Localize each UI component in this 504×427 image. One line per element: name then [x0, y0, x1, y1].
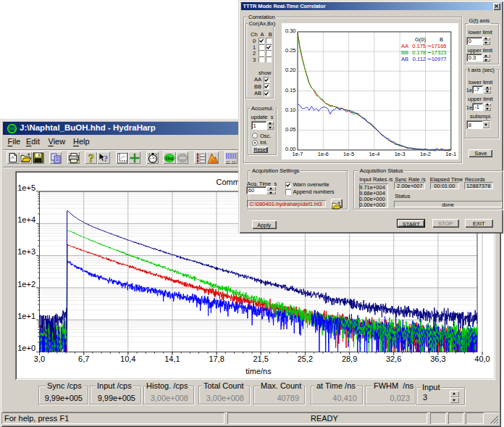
- svg-text:AA: AA: [401, 43, 408, 49]
- svg-text:1e+4: 1e+4: [17, 215, 35, 224]
- svg-text:Go: Go: [166, 155, 174, 162]
- svg-text:1e+1: 1e+1: [17, 312, 35, 320]
- svg-text:0.30: 0.30: [285, 28, 296, 34]
- svg-text:3,0: 3,0: [34, 355, 45, 363]
- svg-text:1e+5: 1e+5: [17, 183, 35, 192]
- svg-text:AB: AB: [401, 56, 408, 62]
- svg-text:0.178: 0.178: [412, 49, 426, 56]
- svg-text:17323: 17323: [432, 49, 447, 56]
- svg-text:14,1: 14,1: [164, 355, 180, 363]
- svg-text:0.25: 0.25: [285, 47, 296, 54]
- svg-text:21,5: 21,5: [253, 355, 268, 363]
- svg-text:B: B: [440, 36, 443, 43]
- svg-text:0.05: 0.05: [285, 125, 296, 132]
- svg-text:40,0: 40,0: [474, 355, 490, 363]
- svg-text:10,4: 10,4: [120, 355, 135, 363]
- svg-text:36,3: 36,3: [430, 355, 445, 363]
- svg-text:1e-2: 1e-2: [420, 151, 431, 157]
- svg-text:0.112: 0.112: [413, 56, 426, 62]
- svg-text:0.10: 0.10: [285, 106, 296, 112]
- svg-text:1e-3: 1e-3: [395, 151, 406, 157]
- svg-text:1e+2: 1e+2: [17, 280, 35, 289]
- svg-text:13: 13: [232, 161, 236, 165]
- svg-text:32,6: 32,6: [386, 355, 401, 363]
- svg-text:1e-7: 1e-7: [292, 151, 303, 157]
- svg-text:1e-1: 1e-1: [445, 151, 456, 157]
- svg-text:?: ?: [104, 154, 108, 164]
- svg-text:17,8: 17,8: [209, 355, 224, 363]
- svg-text:1e+0: 1e+0: [17, 344, 35, 352]
- svg-text:G(0): G(0): [415, 36, 427, 43]
- svg-text:10977: 10977: [432, 56, 447, 62]
- svg-text:1e-4: 1e-4: [369, 151, 379, 157]
- svg-text:time/ns: time/ns: [245, 367, 272, 376]
- svg-text:0.175: 0.175: [412, 43, 426, 49]
- svg-text:?: ?: [88, 152, 94, 164]
- svg-text:12: 12: [226, 161, 230, 165]
- svg-text:0.20: 0.20: [285, 67, 296, 73]
- svg-text:1e-5: 1e-5: [343, 151, 354, 157]
- svg-text:25,2: 25,2: [298, 355, 313, 363]
- svg-text:1e+3: 1e+3: [17, 247, 35, 256]
- svg-text:BB: BB: [401, 49, 408, 56]
- svg-text:28,9: 28,9: [342, 355, 357, 363]
- svg-text:0.15: 0.15: [285, 86, 296, 93]
- svg-text:17166: 17166: [432, 43, 447, 49]
- svg-text:6,7: 6,7: [78, 355, 89, 363]
- svg-text:1e-6: 1e-6: [318, 151, 329, 157]
